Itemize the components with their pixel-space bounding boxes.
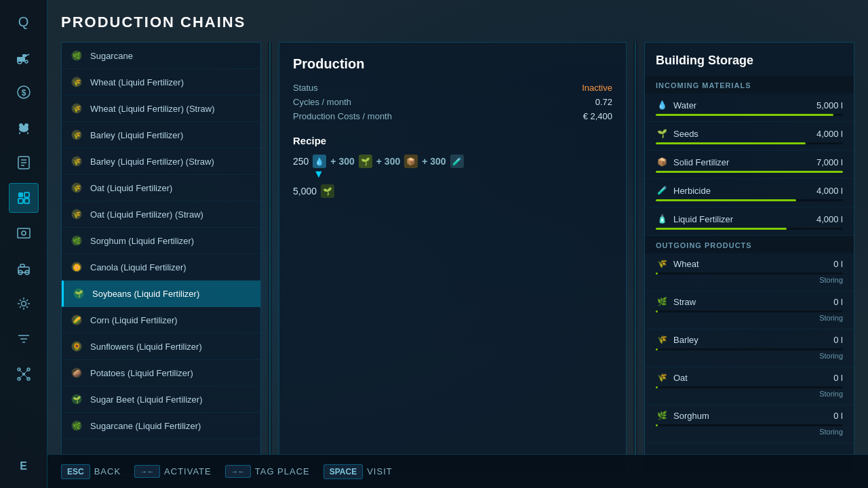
- incoming-item-header-1: 🌱 Seeds 4,000 l: [656, 127, 843, 140]
- incoming-item-1: 🌱 Seeds 4,000 l: [645, 122, 854, 150]
- list-item-5[interactable]: 🌾 Barley (Liquid Fertilizer) (Straw): [62, 148, 260, 175]
- incoming-item-icon-4: 🧴: [656, 213, 668, 225]
- outgoing-bar-3: [656, 386, 658, 388]
- building-storage-title: Building Storage: [645, 43, 854, 76]
- svg-line-37: [19, 374, 24, 379]
- incoming-item-label-4: Liquid Fertilizer: [673, 214, 733, 224]
- svg-text:🌿: 🌿: [73, 237, 81, 245]
- svg-rect-18: [18, 199, 23, 203]
- list-item-icon-7: 🌾: [70, 207, 83, 221]
- list-item-14[interactable]: 🌱 Sugar Beet (Liquid Fertilizer): [62, 386, 260, 413]
- svg-line-38: [24, 374, 28, 379]
- esc-action: ESC BACK: [61, 464, 121, 479]
- incoming-item-icon-2: 📦: [656, 156, 668, 168]
- svg-point-2: [25, 60, 28, 63]
- list-item-4[interactable]: 🌾 Barley (Liquid Fertilizer): [62, 122, 260, 148]
- list-item-10[interactable]: 🌱 Soybeans (Liquid Fertilizer): [62, 281, 260, 307]
- sidebar-icon-filter[interactable]: [9, 324, 39, 354]
- outgoing-item-header-4: 🌿 Sorghum 0 l: [656, 409, 843, 422]
- cycles-value: 0.72: [595, 97, 612, 107]
- incoming-item-amount-2: 7,000 l: [816, 157, 843, 167]
- sidebar-icon-money[interactable]: $: [9, 77, 39, 107]
- sidebar-icon-q[interactable]: Q: [9, 7, 39, 37]
- water-icon: 💧: [313, 155, 326, 168]
- svg-text:🌱: 🌱: [73, 395, 81, 404]
- production-chains-list: 🌿 Sugarcane 🌾 Wheat (Liquid Fertilizer) …: [61, 42, 261, 474]
- incoming-item-name-2: 📦 Solid Fertilizer: [656, 156, 729, 168]
- recipe-ingredients-row: 250 💧 + 300 🌱 + 300 📦 + 300 🧪: [293, 155, 612, 168]
- outgoing-item-name-1: 🌿 Straw: [656, 296, 696, 308]
- outgoing-item-label-1: Straw: [673, 297, 696, 307]
- sidebar-icon-tractor[interactable]: [9, 42, 39, 72]
- list-item-1[interactable]: 🌿 Sugarcane: [62, 43, 260, 69]
- list-item-8[interactable]: 🌿 Sorghum (Liquid Fertilizer): [62, 228, 260, 254]
- list-item-label-12: Sunflowers (Liquid Fertilizer): [90, 342, 202, 352]
- outgoing-item-amount-2: 0 l: [833, 335, 843, 345]
- recipe-section: Recipe 250 💧 + 300 🌱 + 300 📦 + 300 🧪 ▼ 5…: [293, 135, 612, 198]
- incoming-items-container: 💧 Water 5,000 l 🌱 Seeds 4,000 l 📦 Solid …: [645, 94, 854, 236]
- building-storage-panel: Building Storage INCOMING MATERIALS 💧 Wa…: [644, 42, 854, 474]
- list-item-7[interactable]: 🌾 Oat (Liquid Fertilizer) (Straw): [62, 201, 260, 228]
- status-value: Inactive: [582, 83, 612, 93]
- list-item-13[interactable]: 🥔 Potatoes (Liquid Fertilizer): [62, 360, 260, 386]
- list-item-icon-15: 🌿: [70, 419, 83, 432]
- list-item-11[interactable]: 🌽 Corn (Liquid Fertilizer): [62, 307, 260, 333]
- status-label: Status: [293, 83, 318, 93]
- panel-divider-2: [633, 42, 637, 474]
- sidebar-icon-e[interactable]: E: [9, 451, 39, 481]
- sidebar-icon-animals[interactable]: [9, 113, 39, 142]
- list-item-12[interactable]: 🌻 Sunflowers (Liquid Fertilizer): [62, 333, 260, 360]
- seed-icon: 🌱: [359, 155, 372, 168]
- svg-text:🌱: 🌱: [75, 289, 83, 298]
- svg-rect-3: [22, 54, 26, 57]
- outgoing-item-3: 🌾 Oat 0 l Storing: [645, 367, 854, 405]
- incoming-item-icon-0: 💧: [656, 99, 668, 111]
- svg-text:🌽: 🌽: [73, 316, 81, 325]
- svg-point-8: [19, 123, 23, 127]
- liquid-fert-icon: 🧪: [450, 155, 464, 168]
- outgoing-item-name-4: 🌿 Sorghum: [656, 409, 709, 422]
- outgoing-item-header-0: 🌾 Wheat 0 l: [656, 258, 843, 270]
- outgoing-item-icon-4: 🌿: [656, 409, 668, 422]
- list-item-icon-9: 🌼: [70, 260, 83, 274]
- costs-row: Production Costs / month € 2,400: [293, 111, 612, 121]
- list-item-15[interactable]: 🌿 Sugarcane (Liquid Fertilizer): [62, 413, 260, 439]
- svg-point-9: [24, 123, 28, 127]
- svg-text:$: $: [21, 88, 26, 98]
- incoming-item-amount-0: 5,000 l: [816, 100, 843, 110]
- outgoing-status-4: Storing: [656, 428, 843, 436]
- list-item-label-2: Wheat (Liquid Fertilizer): [90, 77, 184, 87]
- sidebar-icon-machine[interactable]: [9, 253, 39, 283]
- sidebar-icon-production[interactable]: [9, 183, 39, 213]
- incoming-item-icon-3: 🧪: [656, 184, 668, 197]
- sidebar-icon-settings[interactable]: [9, 289, 39, 319]
- outgoing-item-amount-3: 0 l: [833, 373, 843, 383]
- svg-rect-25: [20, 264, 24, 267]
- list-item-label-7: Oat (Liquid Fertilizer) (Straw): [90, 209, 203, 220]
- incoming-item-name-4: 🧴 Liquid Fertilizer: [656, 213, 733, 225]
- svg-rect-20: [18, 228, 30, 238]
- list-item-2[interactable]: 🌾 Wheat (Liquid Fertilizer): [62, 69, 260, 96]
- svg-text:🌾: 🌾: [73, 104, 81, 113]
- outgoing-item-icon-3: 🌾: [656, 371, 668, 384]
- sidebar-icon-network[interactable]: [9, 359, 39, 389]
- svg-rect-16: [18, 192, 23, 197]
- production-info: Status Inactive Cycles / month 0.72 Prod…: [293, 83, 612, 121]
- list-item-label-6: Oat (Liquid Fertilizer): [90, 183, 172, 193]
- list-item-label-9: Canola (Liquid Fertilizer): [90, 262, 186, 272]
- incoming-bar-0: [656, 114, 833, 116]
- svg-text:🌿: 🌿: [73, 422, 81, 430]
- sidebar-icon-map[interactable]: [9, 218, 39, 248]
- list-item-6[interactable]: 🌾 Oat (Liquid Fertilizer): [62, 175, 260, 201]
- svg-point-26: [21, 302, 26, 306]
- svg-text:🌻: 🌻: [73, 342, 81, 351]
- sidebar-icon-book[interactable]: [9, 148, 39, 178]
- incoming-bar-1: [656, 142, 806, 144]
- svg-rect-19: [24, 199, 29, 203]
- outgoing-item-amount-4: 0 l: [833, 411, 843, 421]
- list-item-3[interactable]: 🌾 Wheat (Liquid Fertilizer) (Straw): [62, 96, 260, 122]
- status-row: Status Inactive: [293, 83, 612, 93]
- list-item-9[interactable]: 🌼 Canola (Liquid Fertilizer): [62, 254, 260, 281]
- list-item-icon-5: 🌾: [70, 155, 83, 168]
- outgoing-item-amount-0: 0 l: [833, 259, 843, 269]
